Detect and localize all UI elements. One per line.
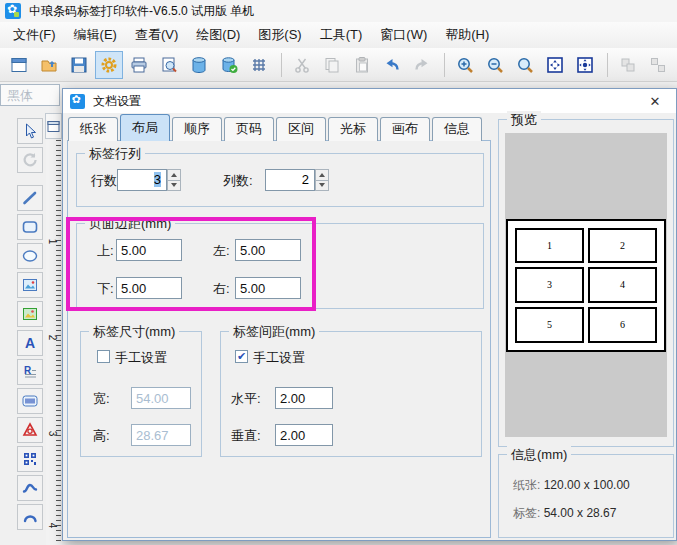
- height-input[interactable]: [131, 424, 191, 446]
- text-tool-button[interactable]: A: [17, 330, 43, 356]
- ellipse-tool-button[interactable]: [17, 243, 43, 269]
- menu-tools[interactable]: 工具(T): [311, 23, 372, 47]
- rounded-rectangle-tool-button[interactable]: [17, 214, 43, 240]
- dialog-logo-icon: [70, 94, 85, 109]
- zoom-button[interactable]: [511, 51, 539, 79]
- menu-edit[interactable]: 编辑(E): [65, 23, 126, 47]
- tab-canvas[interactable]: 画布: [380, 117, 430, 141]
- arc-tool-button[interactable]: [17, 504, 43, 530]
- rotate-tool-button[interactable]: [17, 147, 43, 173]
- close-button[interactable]: ✕: [646, 92, 664, 110]
- label-size-legend: 标签尺寸(mm): [89, 323, 179, 341]
- redo-button[interactable]: [408, 51, 436, 79]
- menu-draw[interactable]: 绘图(D): [187, 23, 249, 47]
- settings-tabs: 纸张 布局 顺序 页码 区间 光标 画布 信息: [68, 114, 484, 141]
- cols-input[interactable]: 2: [265, 169, 315, 191]
- ungroup-icon: [649, 56, 667, 74]
- tab-page-number[interactable]: 页码: [224, 117, 274, 141]
- select-tool-button[interactable]: [17, 118, 43, 144]
- cols-spinner[interactable]: [315, 169, 329, 191]
- horizontal-gap-input[interactable]: [275, 387, 333, 409]
- copy-button[interactable]: [318, 51, 346, 79]
- ruler-number: 3: [47, 428, 58, 440]
- barcode-tool-button[interactable]: [17, 388, 43, 414]
- cut-button[interactable]: [288, 51, 316, 79]
- margin-left-input[interactable]: [235, 239, 301, 261]
- line-tool-button[interactable]: [17, 185, 43, 211]
- margin-left-label: 左:: [213, 242, 230, 260]
- print-button[interactable]: [125, 51, 153, 79]
- tab-layout[interactable]: 布局: [120, 114, 170, 141]
- menu-help[interactable]: 帮助(H): [436, 23, 498, 47]
- rows-spinner[interactable]: [167, 169, 181, 191]
- new-document-button[interactable]: [5, 51, 33, 79]
- label-size-manual-checkbox[interactable]: [97, 350, 110, 363]
- rows-input[interactable]: 3: [117, 169, 167, 191]
- tab-paper[interactable]: 纸张: [68, 117, 118, 141]
- document-settings-button[interactable]: [95, 51, 123, 79]
- zoom-in-button[interactable]: [451, 51, 479, 79]
- menu-file[interactable]: 文件(F): [4, 23, 65, 47]
- spin-up-icon[interactable]: [315, 169, 329, 181]
- grid-button[interactable]: [245, 51, 273, 79]
- zoom-out-button[interactable]: [481, 51, 509, 79]
- zoom-out-icon: [486, 56, 504, 74]
- curve-tool-button[interactable]: [17, 475, 43, 501]
- tab-range[interactable]: 区间: [276, 117, 326, 141]
- horizontal-gap-label: 水平:: [231, 390, 261, 408]
- polygon-tool-button[interactable]: [17, 417, 43, 443]
- margin-top-label: 上:: [97, 242, 114, 260]
- window-title: 中琅条码标签打印软件-V6.5.0 试用版 单机: [29, 3, 254, 20]
- width-input[interactable]: [131, 387, 191, 409]
- preview-cell: 3: [515, 267, 584, 303]
- fit-window-button[interactable]: [571, 51, 599, 79]
- ungroup-button[interactable]: [644, 51, 672, 79]
- group-button[interactable]: [614, 51, 642, 79]
- picture-tool-button[interactable]: [17, 301, 43, 327]
- line-icon: [21, 189, 39, 207]
- spin-down-icon[interactable]: [167, 181, 181, 192]
- print-preview-button[interactable]: [155, 51, 183, 79]
- vertical-gap-input[interactable]: [275, 424, 333, 446]
- menu-window[interactable]: 窗口(W): [371, 23, 436, 47]
- margin-bottom-label: 下:: [97, 280, 114, 298]
- font-family-combobox[interactable]: 黑体: [0, 84, 60, 106]
- label-gap-manual-label: 手工设置: [253, 349, 305, 367]
- paste-button[interactable]: [348, 51, 376, 79]
- info-group: 信息(mm) 纸张: 120.00 x 100.00 标签: 54.00 x 2…: [498, 454, 674, 538]
- margin-bottom-input[interactable]: [116, 277, 182, 299]
- menu-view[interactable]: 查看(V): [126, 23, 187, 47]
- open-file-icon: [40, 56, 58, 74]
- label-gap-manual-checkbox[interactable]: ✔: [235, 350, 248, 363]
- undo-button[interactable]: [378, 51, 406, 79]
- tab-info[interactable]: 信息: [432, 117, 482, 141]
- rotate-icon: [21, 151, 39, 169]
- database-connect-button[interactable]: [215, 51, 243, 79]
- width-label: 宽:: [93, 390, 110, 408]
- label-info-label: 标签:: [513, 506, 540, 520]
- fit-page-icon: [546, 56, 564, 74]
- rounded-rectangle-icon: [21, 218, 39, 236]
- open-file-button[interactable]: [35, 51, 63, 79]
- margin-top-input[interactable]: [116, 239, 182, 261]
- ruler-number: 4: [47, 520, 58, 532]
- tab-cursor[interactable]: 光标: [328, 117, 378, 141]
- preview-cell: 6: [588, 307, 657, 343]
- database-button[interactable]: [185, 51, 213, 79]
- image-tool-button[interactable]: [17, 272, 43, 298]
- cols-value: 2: [302, 172, 309, 187]
- tab-order[interactable]: 顺序: [172, 117, 222, 141]
- rich-text-tool-button[interactable]: R: [17, 359, 43, 385]
- menu-shapes[interactable]: 图形(S): [249, 23, 310, 47]
- qrcode-tool-button[interactable]: [17, 446, 43, 472]
- fit-page-button[interactable]: [541, 51, 569, 79]
- label-info-value: 54.00 x 28.67: [544, 506, 617, 520]
- margin-right-input[interactable]: [235, 277, 301, 299]
- cursor-arrow-icon: [21, 122, 39, 140]
- text-a-icon: A: [25, 335, 35, 351]
- ruler-number: 2: [47, 332, 58, 344]
- spin-down-icon[interactable]: [315, 181, 329, 192]
- spin-up-icon[interactable]: [167, 169, 181, 181]
- database-connect-icon: [220, 56, 238, 74]
- save-button[interactable]: [65, 51, 93, 79]
